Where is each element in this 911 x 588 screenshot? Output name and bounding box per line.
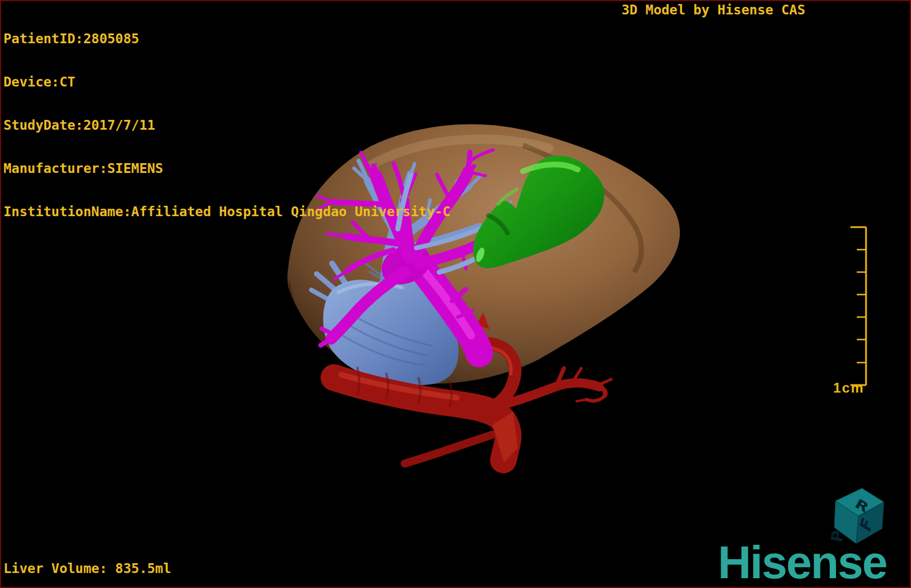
watermark-text: 3D Model by Hisense CAS xyxy=(622,3,805,17)
viewer-window: R P F PatientID:2805085 Device:CT StudyD… xyxy=(0,0,911,588)
hisense-logo: Hisense xyxy=(718,536,887,588)
study-date-line: StudyDate:2017/7/11 xyxy=(3,118,450,133)
artery-back-branch xyxy=(405,435,492,463)
splenic-twig xyxy=(577,399,586,401)
patient-info-overlay: PatientID:2805085 Device:CT StudyDate:20… xyxy=(3,3,450,248)
institution-line: InstitutionName:Affiliated Hospital Qing… xyxy=(3,205,450,219)
orientation-cube[interactable]: R P F xyxy=(827,488,884,544)
liver-volume-label: Liver Volume: 835.5ml xyxy=(3,561,171,576)
artery-model[interactable] xyxy=(334,368,611,462)
scale-bar xyxy=(850,227,866,385)
manufacturer-line: Manufacturer:SIEMENS xyxy=(3,161,450,176)
patient-id-line: PatientID:2805085 xyxy=(3,32,450,46)
scale-bar-label: 1cm xyxy=(833,380,864,396)
device-line: Device:CT xyxy=(3,75,450,89)
splenic-twig xyxy=(598,379,611,385)
splenic-curl xyxy=(586,395,605,401)
